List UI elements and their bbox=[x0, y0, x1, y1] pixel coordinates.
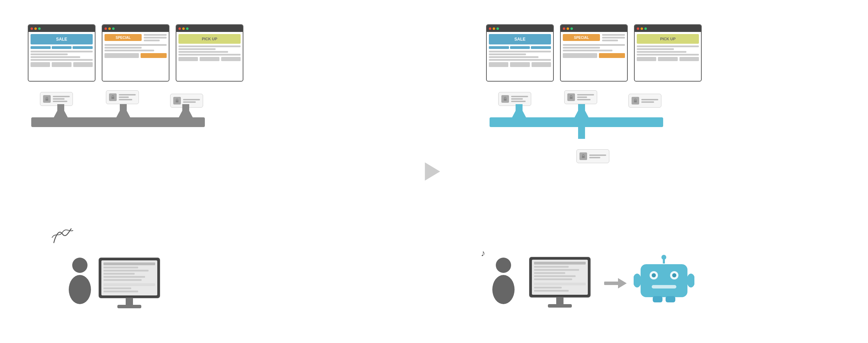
bb1 bbox=[31, 62, 50, 67]
bb2 bbox=[510, 62, 529, 67]
tl2 bbox=[637, 48, 674, 50]
dot-green bbox=[570, 27, 573, 30]
sl1 bbox=[144, 34, 167, 36]
user-icon bbox=[109, 93, 117, 101]
svg-point-59 bbox=[652, 273, 656, 277]
browser-content: SALE bbox=[28, 32, 95, 69]
person-silhouette bbox=[62, 255, 97, 310]
svg-rect-44 bbox=[534, 272, 565, 274]
small-blocks bbox=[489, 46, 551, 49]
cl1 bbox=[119, 94, 136, 95]
ba2 bbox=[141, 53, 167, 58]
dot-yellow bbox=[641, 27, 643, 30]
tl1 bbox=[178, 45, 241, 47]
dot-yellow bbox=[182, 27, 185, 30]
sl1 bbox=[602, 34, 625, 36]
right-person-section: ♪ bbox=[486, 254, 694, 312]
svg-rect-32 bbox=[516, 104, 523, 118]
tl4 bbox=[489, 59, 551, 61]
svg-rect-14 bbox=[103, 262, 155, 265]
block1 bbox=[31, 46, 51, 49]
svg-rect-41 bbox=[534, 262, 586, 265]
pb2 bbox=[658, 57, 677, 61]
dot-green bbox=[186, 27, 189, 30]
svg-rect-56 bbox=[641, 264, 687, 297]
pb2 bbox=[200, 57, 219, 61]
lock-icon bbox=[110, 95, 115, 100]
svg-point-38 bbox=[492, 275, 515, 304]
lock-icon bbox=[503, 97, 508, 101]
titlebar bbox=[561, 25, 627, 32]
lock-icon bbox=[633, 98, 638, 103]
user-card bbox=[576, 149, 609, 163]
user-icon bbox=[43, 95, 51, 103]
bottom-blocks bbox=[31, 62, 93, 67]
lock-icon bbox=[581, 154, 586, 159]
lock-icon bbox=[175, 98, 180, 103]
svg-rect-24 bbox=[117, 305, 141, 308]
bb1 bbox=[489, 62, 508, 67]
cl3 bbox=[53, 101, 67, 102]
tl4 bbox=[637, 54, 699, 56]
dot-red bbox=[178, 27, 181, 30]
monitor-svg bbox=[97, 256, 167, 312]
svg-rect-64 bbox=[653, 296, 662, 302]
right-browsers-row: SALE bbox=[486, 24, 702, 82]
special-banner: SPECIAL bbox=[105, 34, 142, 41]
svg-rect-21 bbox=[103, 287, 131, 289]
tl3 bbox=[178, 51, 228, 53]
small-blocks bbox=[31, 46, 93, 49]
tl4 bbox=[178, 54, 241, 56]
svg-rect-20 bbox=[103, 283, 155, 286]
ba1 bbox=[563, 53, 597, 58]
dot-yellow bbox=[34, 27, 37, 30]
svg-point-62 bbox=[634, 274, 641, 287]
left-browser-pickup: PICK UP bbox=[176, 24, 243, 82]
browser-content: PICK UP bbox=[176, 32, 243, 63]
bottom-blocks bbox=[178, 57, 241, 61]
lock-icon bbox=[44, 97, 49, 101]
dot-red bbox=[105, 27, 107, 30]
cl1 bbox=[511, 96, 528, 97]
cl1 bbox=[641, 99, 658, 100]
svg-rect-2 bbox=[176, 100, 178, 102]
bottom-blocks bbox=[637, 57, 699, 61]
cl1 bbox=[589, 154, 606, 156]
svg-point-10 bbox=[72, 258, 87, 273]
tl3 bbox=[105, 50, 154, 51]
special-lines bbox=[144, 34, 167, 42]
sale-banner: SALE bbox=[489, 34, 551, 44]
browser-content: SPECIAL bbox=[561, 32, 627, 60]
svg-rect-16 bbox=[103, 270, 149, 271]
tl2 bbox=[563, 47, 600, 49]
right-arrows-svg bbox=[479, 104, 674, 139]
text-lines bbox=[105, 44, 167, 51]
block2 bbox=[52, 46, 72, 49]
cl2 bbox=[589, 157, 600, 158]
tl1 bbox=[489, 51, 551, 52]
titlebar bbox=[487, 25, 553, 32]
svg-rect-65 bbox=[666, 296, 675, 302]
cl1 bbox=[183, 99, 200, 100]
left-browsers-row: SALE bbox=[28, 24, 243, 82]
dot-red bbox=[31, 27, 33, 30]
left-arrows-svg bbox=[21, 104, 215, 139]
svg-rect-55 bbox=[663, 257, 665, 263]
cl3 bbox=[511, 101, 526, 102]
pickup-banner: PICK UP bbox=[178, 34, 241, 44]
svg-point-11 bbox=[69, 275, 91, 304]
svg-rect-47 bbox=[534, 283, 586, 285]
tl3 bbox=[31, 56, 80, 58]
svg-rect-36 bbox=[578, 127, 585, 139]
svg-rect-7 bbox=[120, 104, 127, 118]
tl3 bbox=[563, 50, 612, 51]
card-lines bbox=[53, 96, 70, 102]
svg-rect-40 bbox=[532, 260, 588, 295]
special-top-row: SPECIAL bbox=[105, 34, 167, 42]
card-lines bbox=[511, 96, 528, 102]
svg-rect-23 bbox=[126, 298, 133, 306]
svg-rect-42 bbox=[534, 266, 569, 268]
tl1 bbox=[31, 51, 93, 52]
cl3 bbox=[577, 99, 591, 100]
block1 bbox=[489, 46, 509, 49]
